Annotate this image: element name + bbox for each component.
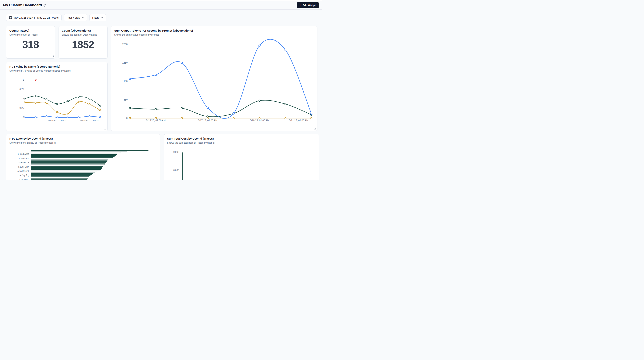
latency-bar (31, 160, 108, 161)
latency-bar (31, 176, 89, 177)
y-axis-tick: 1100 (122, 80, 128, 83)
data-point-orange (100, 110, 101, 111)
latency-bar (31, 164, 105, 165)
data-point-green (24, 98, 26, 99)
add-widget-label: Add Widget (302, 4, 316, 7)
data-point-orange (259, 117, 260, 119)
data-point-orange (207, 117, 208, 119)
data-point-red (35, 79, 36, 80)
y-axis-tick: 0 (22, 116, 24, 119)
y-axis-tick: 0.5 (21, 97, 24, 100)
cost-bar-chart: 0.0080.006 (164, 134, 319, 180)
latency-bar (31, 178, 88, 178)
series-line-green (130, 100, 312, 117)
data-point-blue (56, 117, 58, 118)
y-axis-tick: 1650 (122, 62, 128, 64)
y-axis-tick: 0.75 (20, 88, 24, 91)
latency-bar (31, 150, 148, 151)
latency-bar (31, 163, 106, 164)
widget-subtitle: Shows the count of Traces (6, 32, 55, 36)
page-title: My Custom Dashboard (3, 3, 42, 7)
p90-bar-chart: u-8sq2w4au-aobnuxfu-tFAR5TXu-zVqP3hwu-5M… (6, 134, 160, 180)
data-point-orange (310, 117, 312, 119)
data-point-orange (67, 113, 68, 114)
latency-bar (31, 173, 94, 174)
data-point-green (67, 101, 68, 102)
data-point-green (56, 103, 58, 105)
widget-p90-chart: P 90 Latency by User Id (Traces) Shows t… (6, 134, 160, 180)
latency-bar (31, 178, 88, 179)
resize-handle[interactable] (314, 128, 316, 129)
widget-title: P 75 Value by Name (Scores Numeric) (6, 62, 107, 68)
x-axis-tick: 5/21/25, 02:00 AM (80, 119, 98, 122)
x-axis-tick: 5/17/25, 02:00 AM (198, 119, 217, 122)
series-line-blue (130, 39, 312, 119)
latency-bar (31, 152, 122, 152)
data-point-orange (56, 111, 58, 113)
y-axis-tick: 0.008 (164, 151, 179, 153)
series-line-green (25, 96, 100, 106)
resize-handle[interactable] (104, 128, 106, 129)
data-point-blue (89, 116, 90, 117)
latency-bar (31, 159, 110, 159)
latency-bar (31, 173, 95, 173)
latency-bar (31, 168, 102, 169)
latency-bar (31, 172, 97, 172)
latency-bar (31, 154, 117, 154)
y-axis-tick: 2200 (122, 43, 128, 46)
data-point-blue (207, 107, 208, 108)
widget-subtitle: Shows the count of Observations (59, 32, 107, 36)
dashboard-grid: Count (Traces) Shows the count of Traces… (0, 10, 322, 180)
data-point-blue (67, 117, 68, 118)
data-point-orange (181, 117, 182, 119)
data-point-orange (233, 117, 234, 119)
latency-bar (31, 161, 107, 162)
info-icon[interactable] (44, 4, 46, 7)
data-point-orange (155, 117, 156, 119)
user-id-label: u-5M8D56k (6, 170, 29, 173)
user-id-label: u-aobnuxf (6, 157, 29, 160)
data-point-green (207, 116, 208, 117)
plus-icon: + (300, 4, 301, 7)
series-line-blue (25, 116, 100, 117)
latency-bar (31, 158, 112, 158)
data-point-blue (129, 78, 131, 80)
data-point-orange (89, 104, 90, 105)
data-point-green (100, 105, 101, 107)
widget-cost-chart: Sum Total Cost by User Id (Traces) Shows… (164, 134, 319, 180)
data-point-blue (35, 117, 36, 118)
data-point-green (129, 107, 131, 109)
latency-bar (31, 170, 100, 170)
data-point-orange (35, 102, 36, 103)
resize-handle[interactable] (104, 56, 106, 57)
widget-tokens-chart: Sum Output Tokens Per Second by Prompt (… (111, 26, 318, 131)
data-point-blue (285, 49, 286, 51)
latency-bar (31, 162, 106, 163)
user-id-label: u-tFAR5TX (6, 161, 29, 164)
data-point-blue (100, 116, 101, 118)
latency-bar (31, 154, 117, 155)
widget-count-traces: Count (Traces) Shows the count of Traces… (6, 26, 55, 59)
resize-handle[interactable] (52, 56, 54, 57)
widget-title: Sum Output Tokens Per Second by Prompt (… (111, 26, 317, 32)
y-axis-tick: 0.006 (164, 169, 179, 172)
latency-bar (31, 151, 127, 151)
data-point-blue (259, 45, 260, 46)
x-axis-tick: 5/15/25, 02:00 AM (146, 119, 166, 122)
add-widget-button[interactable]: + Add Widget (297, 2, 319, 8)
data-point-orange (129, 117, 131, 119)
series-line-orange (25, 102, 100, 114)
user-id-label: u-d3qr5cg (6, 174, 29, 177)
latency-bar (31, 157, 113, 158)
latency-bar (31, 155, 116, 156)
x-axis-tick: 5/17/25, 02:00 AM (48, 119, 66, 122)
data-point-orange (24, 102, 26, 103)
data-point-blue (24, 117, 26, 118)
latency-bar (31, 166, 103, 167)
user-id-label: u-8fVa9T3 (6, 178, 29, 180)
data-point-orange (46, 102, 47, 103)
latency-bar (31, 166, 104, 166)
latency-bar (31, 175, 90, 176)
data-point-green (78, 96, 79, 98)
data-point-green (285, 103, 286, 105)
